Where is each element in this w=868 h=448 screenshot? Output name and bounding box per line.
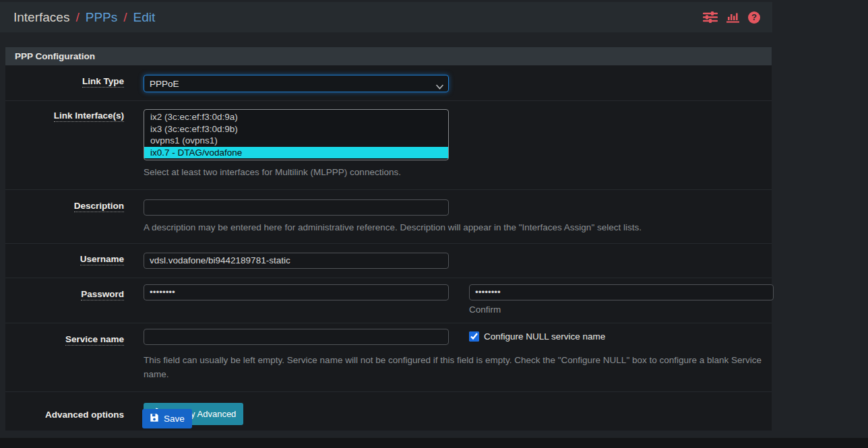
form-actions: Save xyxy=(142,409,192,428)
form-row-service-name: Service name Configure NULL service name… xyxy=(5,323,772,392)
listbox-option-selected[interactable]: ix0.7 - DTAG/vodafone xyxy=(144,147,448,159)
breadcrumb: Interfaces / PPPs / Edit xyxy=(13,10,155,25)
password-input[interactable] xyxy=(144,284,449,300)
breadcrumb-section: Interfaces xyxy=(13,10,69,25)
breadcrumb-link-ppps[interactable]: PPPs xyxy=(86,10,118,25)
description-help: A description may be entered here for ad… xyxy=(144,221,764,235)
description-label: Description xyxy=(74,201,124,212)
breadcrumb-link-edit[interactable]: Edit xyxy=(133,10,156,25)
advanced-options-label: Advanced options xyxy=(45,410,124,420)
listbox-option[interactable]: ix3 (3c:ec:ef:f3:0d:9b) xyxy=(144,123,448,135)
breadcrumb-separator: / xyxy=(75,10,79,25)
link-interfaces-label: Link Interface(s) xyxy=(54,110,124,122)
ppp-configuration-panel: PPP Configuration Link Type PPPoE Link I… xyxy=(5,46,772,431)
link-type-select[interactable]: PPPoE xyxy=(144,75,449,92)
navbar-icons: ? xyxy=(703,11,760,24)
username-input[interactable] xyxy=(144,253,449,269)
confirm-label: Confirm xyxy=(469,305,774,315)
service-name-label: Service name xyxy=(65,334,124,346)
breadcrumb-bar: Interfaces / PPPs / Edit xyxy=(0,2,772,32)
form-row-password: Password Confirm xyxy=(5,278,772,323)
password-confirm-input[interactable] xyxy=(469,284,774,300)
sliders-icon[interactable] xyxy=(703,11,718,24)
help-icon[interactable]: ? xyxy=(748,11,760,24)
configure-null-label[interactable]: Configure NULL service name xyxy=(484,331,605,342)
service-name-input[interactable] xyxy=(144,329,449,345)
listbox-option[interactable]: ovpns1 (ovpns1) xyxy=(144,135,448,147)
form-row-advanced: Advanced options Display Advanced xyxy=(5,392,772,430)
password-label: Password xyxy=(81,289,124,300)
link-type-label: Link Type xyxy=(82,76,124,88)
configure-null-checkbox[interactable] xyxy=(469,331,479,342)
form-row-description: Description A description may be entered… xyxy=(5,190,772,244)
form-row-username: Username xyxy=(5,244,772,278)
service-name-help: This field can usually be left empty. Se… xyxy=(144,354,764,382)
breadcrumb-separator: / xyxy=(123,10,127,25)
username-label: Username xyxy=(80,254,124,265)
form-row-link-interfaces: Link Interface(s) ix2 (3c:ec:ef:f3:0d:9a… xyxy=(5,101,772,190)
description-input[interactable] xyxy=(144,199,449,216)
save-button[interactable]: Save xyxy=(142,409,192,428)
panel-title: PPP Configuration xyxy=(5,47,772,65)
save-icon xyxy=(150,413,159,424)
chart-bar-icon[interactable] xyxy=(726,11,739,23)
save-button-label: Save xyxy=(164,414,185,424)
listbox-option[interactable]: ix2 (3c:ec:ef:f3:0d:9a) xyxy=(144,111,448,123)
form-row-link-type: Link Type PPPoE xyxy=(5,65,772,101)
bottom-strip xyxy=(0,438,868,448)
link-interfaces-help: Select at least two interfaces for Multi… xyxy=(144,166,764,180)
link-interfaces-listbox[interactable]: ix2 (3c:ec:ef:f3:0d:9a) ix3 (3c:ec:ef:f3… xyxy=(144,109,449,160)
